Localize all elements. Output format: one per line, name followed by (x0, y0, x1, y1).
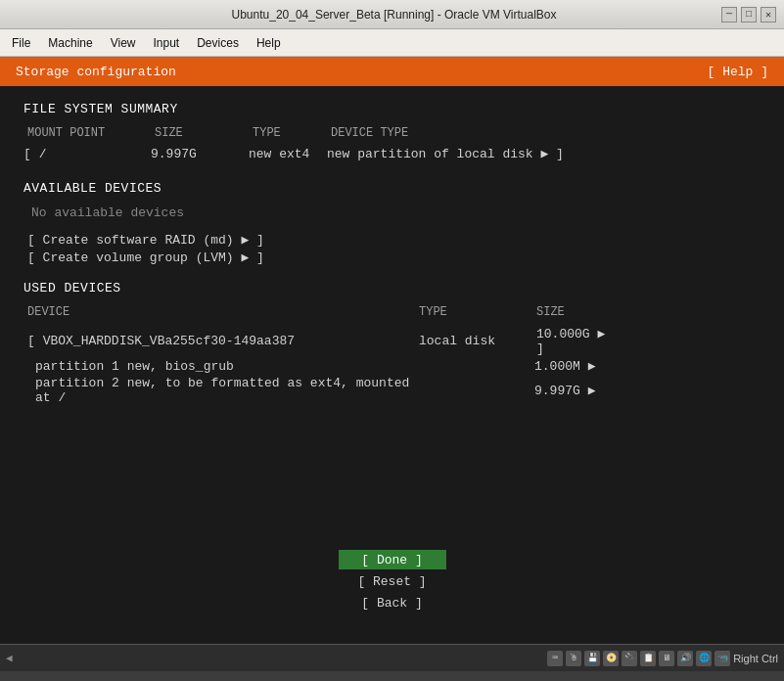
header-device-type: DEVICE TYPE (331, 126, 761, 140)
main-content: FILE SYSTEM SUMMARY MOUNT POINT SIZE TYP… (0, 86, 784, 422)
status-icon-8: 🔊 (677, 651, 693, 666)
minimize-button[interactable]: ─ (721, 7, 737, 23)
main-device-arrow: ▶ (597, 327, 605, 341)
header-dev-type: TYPE (419, 305, 536, 319)
menu-input[interactable]: Input (146, 33, 188, 53)
fs-table-row[interactable]: [ / 9.997G new ext4 new partition of loc… (23, 144, 761, 163)
partition-2-arrow: ▶ (588, 384, 596, 398)
no-available-devices: No available devices (23, 205, 761, 220)
storage-config-title: Storage configuration (16, 65, 176, 79)
fs-devtype-value: new partition of local disk ▶ ] (327, 146, 761, 161)
back-button[interactable]: [ Back ] (339, 593, 446, 613)
help-button[interactable]: [ Help ] (708, 65, 768, 79)
status-icon-10: 📹 (715, 651, 730, 666)
header-dev-size: SIZE (536, 305, 615, 319)
fs-table-header: MOUNT POINT SIZE TYPE DEVICE TYPE (23, 126, 761, 140)
header-size: SIZE (155, 126, 253, 140)
menu-help[interactable]: Help (249, 33, 289, 53)
menu-view[interactable]: View (103, 33, 144, 53)
main-device-type: local disk (419, 334, 536, 348)
fs-row-arrow: ▶ (540, 147, 548, 161)
right-ctrl-label: Right Ctrl (733, 653, 778, 664)
menu-bar: File Machine View Input Devices Help (0, 29, 784, 57)
status-bar: ◀ ⌨ 🖱 💾 📀 🔌 📋 🖥 🔊 🌐 📹 Right Ctrl (0, 644, 784, 671)
status-icon-2: 🖱 (566, 651, 581, 666)
fs-mount-value: [ / (23, 147, 151, 161)
reset-button[interactable]: [ Reset ] (339, 571, 446, 591)
partition-1-size: 1.000M ▶ (534, 358, 595, 374)
status-icon-5: 🔌 (622, 651, 637, 666)
header-device: DEVICE (27, 305, 419, 319)
device-table-header: DEVICE TYPE SIZE (23, 305, 761, 319)
create-lvm-button[interactable]: [ Create volume group (LVM) ▶ ] (23, 250, 761, 265)
partition-1-label: partition 1 new, bios_grub (35, 359, 417, 374)
create-raid-button[interactable]: [ Create software RAID (md) ▶ ] (23, 232, 761, 248)
status-icons: ⌨ 🖱 💾 📀 🔌 📋 🖥 🔊 🌐 📹 Right Ctrl (547, 651, 778, 666)
status-icon-7: 🖥 (659, 651, 674, 666)
bottom-buttons: [ Done ] [ Reset ] [ Back ] (339, 550, 446, 613)
partition-2-size: 9.997G ▶ (534, 383, 595, 398)
status-icon-1: ⌨ (547, 651, 563, 666)
header-mount-point: MOUNT POINT (27, 126, 155, 140)
partition-1-row[interactable]: partition 1 new, bios_grub 1.000M ▶ (23, 357, 761, 375)
partition-2-label: partition 2 new, to be formatted as ext4… (35, 376, 417, 405)
status-icon-4: 📀 (603, 651, 619, 666)
main-device-row[interactable]: [ VBOX_HARDDISK_VBa255cf30-149aa387 loca… (23, 325, 761, 357)
restore-button[interactable]: □ (741, 7, 757, 23)
main-device-size: 10.000G ▶ ] (536, 326, 615, 356)
header-type: TYPE (253, 126, 331, 140)
main-device-name: [ VBOX_HARDDISK_VBa255cf30-149aa387 (27, 334, 419, 348)
done-button[interactable]: [ Done ] (339, 550, 446, 569)
available-devices-title: AVAILABLE DEVICES (23, 181, 761, 196)
status-icon-6: 📋 (640, 651, 656, 666)
menu-machine[interactable]: Machine (40, 33, 100, 53)
status-icon-3: 💾 (584, 651, 600, 666)
fs-type-value: new ext4 (249, 147, 327, 161)
filesystem-summary-section: FILE SYSTEM SUMMARY MOUNT POINT SIZE TYP… (23, 102, 761, 163)
window-title: Ubuntu_20_04_Server_Beta [Running] - Ora… (67, 8, 721, 22)
menu-file[interactable]: File (4, 33, 38, 53)
status-icon-9: 🌐 (696, 651, 712, 666)
fs-summary-title: FILE SYSTEM SUMMARY (23, 102, 761, 116)
storage-config-bar: Storage configuration [ Help ] (0, 57, 784, 86)
menu-devices[interactable]: Devices (189, 33, 247, 53)
vm-screen: Storage configuration [ Help ] FILE SYST… (0, 57, 784, 671)
available-devices-section: AVAILABLE DEVICES No available devices [… (23, 181, 761, 265)
used-devices-title: USED DEVICES (23, 281, 761, 295)
partition-2-row[interactable]: partition 2 new, to be formatted as ext4… (23, 375, 761, 406)
window-controls[interactable]: ─ □ ✕ (721, 7, 776, 23)
close-button[interactable]: ✕ (761, 7, 776, 23)
fs-size-value: 9.997G (151, 147, 249, 161)
partition-1-arrow: ▶ (588, 359, 596, 374)
title-bar: Ubuntu_20_04_Server_Beta [Running] - Ora… (0, 0, 784, 29)
used-devices-section: USED DEVICES DEVICE TYPE SIZE [ VBOX_HAR… (23, 281, 761, 406)
scroll-indicator: ◀ (6, 652, 13, 664)
